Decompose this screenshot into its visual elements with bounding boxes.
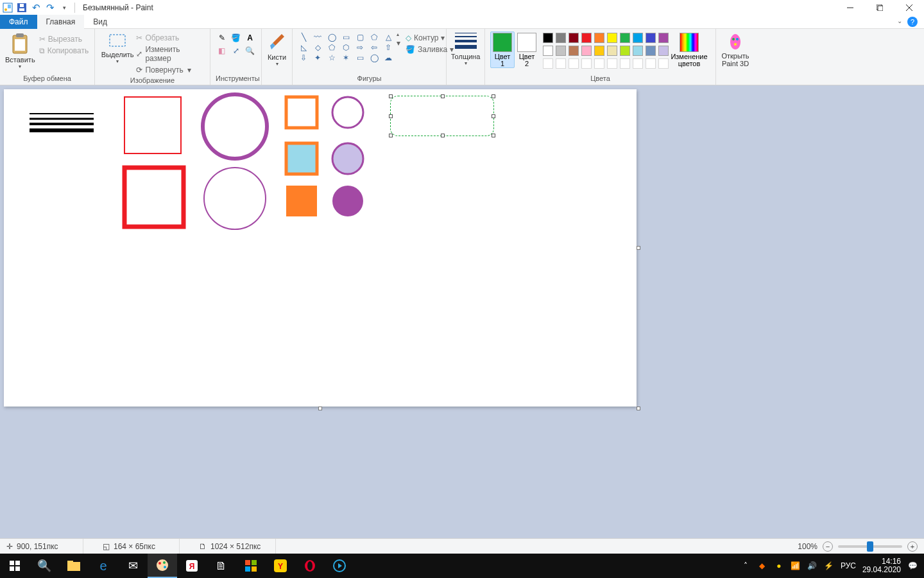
- shape-rect[interactable]: ▭: [340, 33, 352, 42]
- zoom-thumb[interactable]: [867, 541, 873, 552]
- pencil-tool[interactable]: ✎: [215, 31, 229, 44]
- color-swatch-empty[interactable]: [646, 58, 656, 69]
- shape-star5[interactable]: ☆: [326, 53, 338, 62]
- eraser-tool[interactable]: ◧: [215, 44, 229, 57]
- shape-callout-oval[interactable]: ◯: [368, 53, 380, 62]
- edge-icon[interactable]: e: [89, 554, 118, 578]
- canvas-resize-handle[interactable]: [637, 246, 640, 250]
- shape-oval[interactable]: ◯: [326, 33, 338, 42]
- redo-icon[interactable]: ↷: [45, 3, 55, 13]
- shape-callout-cloud[interactable]: ☁: [382, 53, 394, 62]
- tray-app-icon[interactable]: ●: [774, 561, 784, 571]
- shape-triangle[interactable]: △: [382, 33, 394, 42]
- rotate-button[interactable]: ⟳Повернуть▾: [135, 65, 205, 75]
- zoom-out-button[interactable]: −: [823, 541, 833, 552]
- brushes-button[interactable]: Кисти ▾: [267, 31, 287, 67]
- shape-roundrect[interactable]: ▢: [354, 33, 366, 42]
- color-swatch-empty[interactable]: [581, 58, 592, 69]
- yandex-icon[interactable]: Я: [177, 554, 207, 578]
- color-swatch[interactable]: [633, 33, 643, 43]
- color-swatch-empty[interactable]: [543, 58, 553, 69]
- zoom-slider[interactable]: [838, 545, 902, 548]
- handle-icon[interactable]: [389, 114, 393, 118]
- paste-button[interactable]: Вставить ▾: [5, 31, 35, 69]
- shape-hexagon[interactable]: ⬡: [340, 43, 352, 52]
- opera-icon[interactable]: [295, 554, 325, 578]
- close-button[interactable]: [894, 0, 924, 15]
- fill-tool[interactable]: 🪣: [229, 31, 243, 44]
- color-swatch[interactable]: [543, 46, 553, 56]
- shape-line[interactable]: ╲: [298, 33, 309, 42]
- handle-icon[interactable]: [492, 94, 495, 98]
- start-button[interactable]: [0, 554, 30, 578]
- magnifier-tool[interactable]: 🔍: [243, 44, 257, 57]
- shape-diamond[interactable]: ◇: [312, 43, 323, 52]
- color-swatch-empty[interactable]: [569, 58, 579, 69]
- shapes-gallery[interactable]: ╲ 〰 ◯ ▭ ▢ ⬠ △ ◺ ◇ ⬠ ⬡ ⇨ ⇦ ⇧ ⇩ ✦ ☆ ✶ ▭ ◯: [298, 33, 395, 64]
- handle-icon[interactable]: [492, 114, 495, 118]
- shape-arrow-u[interactable]: ⇧: [382, 43, 394, 52]
- color-swatch[interactable]: [543, 33, 553, 43]
- help-icon[interactable]: ?: [907, 17, 918, 27]
- shape-arrow-l[interactable]: ⇦: [368, 43, 380, 52]
- handle-icon[interactable]: [389, 134, 393, 137]
- color-swatch[interactable]: [581, 33, 592, 43]
- volume-icon[interactable]: 🔊: [807, 561, 817, 571]
- color-swatch[interactable]: [646, 33, 656, 43]
- collapse-ribbon-icon[interactable]: ⌄: [897, 17, 902, 24]
- shape-pentagon[interactable]: ⬠: [326, 43, 338, 52]
- shape-arrow-r[interactable]: ⇨: [354, 43, 366, 52]
- shape-callout-rr[interactable]: ▭: [354, 53, 366, 62]
- store-icon[interactable]: [236, 554, 266, 578]
- yandex-browser-icon[interactable]: Y: [266, 554, 295, 578]
- color-swatch-empty[interactable]: [607, 58, 617, 69]
- wifi-icon[interactable]: 📶: [791, 561, 801, 571]
- color-swatch[interactable]: [658, 46, 669, 56]
- language-indicator[interactable]: РУС: [841, 561, 856, 570]
- power-icon[interactable]: ⚡: [824, 561, 834, 571]
- shape-polygon[interactable]: ⬠: [368, 33, 380, 42]
- color-swatch[interactable]: [646, 46, 656, 56]
- color-swatch[interactable]: [556, 33, 566, 43]
- thickness-button[interactable]: Толщина ▾: [451, 31, 481, 66]
- tray-chevron-icon[interactable]: ˄: [740, 561, 751, 571]
- shape-star6[interactable]: ✶: [340, 53, 352, 62]
- handle-icon[interactable]: [389, 94, 393, 98]
- color-swatch-empty[interactable]: [633, 58, 643, 69]
- copy-button[interactable]: ⧉Копировать: [38, 46, 90, 56]
- qat-dropdown-icon[interactable]: ▾: [59, 3, 69, 13]
- color-swatch[interactable]: [594, 33, 604, 43]
- active-selection[interactable]: [390, 96, 494, 136]
- media-player-icon[interactable]: [325, 554, 354, 578]
- notifications-icon[interactable]: 💬: [907, 561, 918, 571]
- picker-tool[interactable]: ⤢: [229, 44, 243, 57]
- tab-view[interactable]: Вид: [84, 15, 116, 29]
- shape-curve[interactable]: 〰: [312, 33, 323, 42]
- crop-button[interactable]: ✂Обрезать: [135, 33, 205, 43]
- handle-icon[interactable]: [492, 134, 495, 137]
- color1-button[interactable]: Цвет 1: [490, 31, 515, 68]
- color2-button[interactable]: Цвет 2: [515, 31, 539, 67]
- search-button[interactable]: 🔍: [30, 554, 59, 578]
- save-icon[interactable]: [17, 3, 27, 13]
- tray-app-icon[interactable]: ◆: [757, 561, 767, 571]
- tab-home[interactable]: Главная: [37, 15, 85, 29]
- paint-taskbar-icon[interactable]: [148, 554, 177, 578]
- text-tool[interactable]: A: [243, 31, 257, 44]
- shape-rtriangle[interactable]: ◺: [298, 43, 309, 52]
- handle-icon[interactable]: [441, 94, 445, 98]
- zoom-in-button[interactable]: +: [907, 541, 918, 552]
- color-swatch-empty[interactable]: [620, 58, 630, 69]
- select-button[interactable]: Выделить ▾: [100, 31, 135, 64]
- resize-button[interactable]: ⤢Изменить размер: [135, 44, 205, 64]
- shape-arrow-d[interactable]: ⇩: [298, 53, 309, 62]
- color-swatch-empty[interactable]: [594, 58, 604, 69]
- canvas-resize-handle[interactable]: [637, 407, 640, 410]
- undo-icon[interactable]: ↶: [31, 3, 41, 13]
- color-swatch[interactable]: [658, 33, 669, 43]
- explorer-icon[interactable]: [59, 554, 89, 578]
- paint3d-button[interactable]: Открыть Paint 3D: [721, 31, 749, 67]
- handle-icon[interactable]: [441, 134, 445, 137]
- color-swatch[interactable]: [607, 46, 617, 56]
- clock[interactable]: 14:16 29.04.2020: [862, 557, 901, 574]
